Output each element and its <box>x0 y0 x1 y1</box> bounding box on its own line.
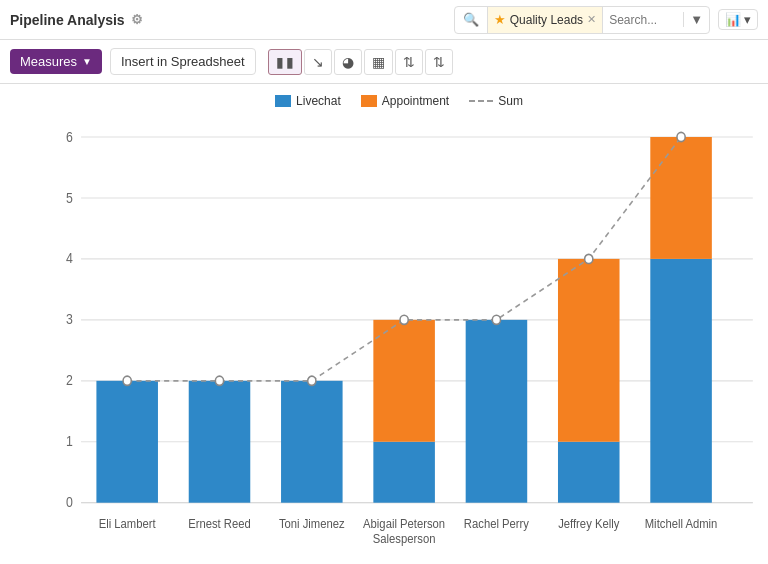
bar-jeffrey-livechat <box>558 442 620 503</box>
bar-chart-icon: ▮ ▮ <box>276 54 294 70</box>
chart-container: Livechat Appointment Sum 6 5 4 3 <box>0 84 768 564</box>
measures-arrow: ▼ <box>82 56 92 67</box>
svg-text:Toni Jimenez: Toni Jimenez <box>279 516 345 531</box>
view-toggle-btn[interactable]: 📊 ▾ <box>718 9 758 30</box>
chart-view-icon: 📊 <box>725 12 741 27</box>
bar-rachel-livechat <box>466 320 528 503</box>
svg-text:Ernest Reed: Ernest Reed <box>188 516 251 531</box>
sum-line <box>469 100 493 102</box>
app-header: Pipeline Analysis ⚙ 🔍 ★ Quality Leads ✕ … <box>0 0 768 40</box>
sum-dot-ernest <box>215 376 223 385</box>
measures-button[interactable]: Measures ▼ <box>10 49 102 74</box>
search-icon-btn[interactable]: 🔍 <box>455 12 487 27</box>
sort-asc-icon: ⇅ <box>403 54 415 70</box>
sum-dot-toni <box>308 376 316 385</box>
sort-asc-btn[interactable]: ⇅ <box>395 49 423 75</box>
bar-ernest-livechat <box>189 381 251 503</box>
chart-type-buttons: ▮ ▮ ↘ ◕ ▦ ⇅ ⇅ <box>268 49 453 75</box>
svg-text:Salesperson: Salesperson <box>373 531 436 546</box>
gear-icon[interactable]: ⚙ <box>131 12 143 27</box>
livechat-color <box>275 95 291 107</box>
svg-text:Mitchell Admin: Mitchell Admin <box>645 516 718 531</box>
pivot-btn[interactable]: ▦ <box>364 49 393 75</box>
line-chart-icon: ↘ <box>312 54 324 70</box>
bar-abigail-appointment <box>373 320 435 442</box>
chart-legend: Livechat Appointment Sum <box>40 94 758 108</box>
bar-mitchell-livechat <box>650 259 712 503</box>
legend-appointment-label: Appointment <box>382 94 449 108</box>
bar-jeffrey-appointment <box>558 259 620 442</box>
appointment-color <box>361 95 377 107</box>
svg-text:4: 4 <box>66 251 73 267</box>
search-tag-label: Quality Leads <box>510 13 583 27</box>
pivot-icon: ▦ <box>372 54 385 70</box>
bar-chart-svg: 6 5 4 3 2 1 0 Eli Lambert Ern <box>40 114 758 564</box>
sum-dot-mitchell <box>677 132 685 141</box>
svg-text:Rachel Perry: Rachel Perry <box>464 516 529 531</box>
search-area: 🔍 ★ Quality Leads ✕ ▼ <box>454 6 710 34</box>
svg-text:2: 2 <box>66 373 73 389</box>
toolbar: Measures ▼ Insert in Spreadsheet ▮ ▮ ↘ ◕… <box>0 40 768 84</box>
legend-livechat: Livechat <box>275 94 341 108</box>
pie-chart-btn[interactable]: ◕ <box>334 49 362 75</box>
svg-text:Abigail Peterson: Abigail Peterson <box>363 516 445 531</box>
legend-sum-label: Sum <box>498 94 523 108</box>
insert-spreadsheet-button[interactable]: Insert in Spreadsheet <box>110 48 256 75</box>
bar-chart-btn[interactable]: ▮ ▮ <box>268 49 302 75</box>
svg-text:3: 3 <box>66 312 73 328</box>
star-icon: ★ <box>494 12 506 27</box>
sum-dot-eli <box>123 376 131 385</box>
svg-text:5: 5 <box>66 190 73 206</box>
sort-desc-icon: ⇅ <box>433 54 445 70</box>
view-dropdown-arrow: ▾ <box>744 12 751 27</box>
svg-text:1: 1 <box>66 434 73 450</box>
bar-abigail-livechat <box>373 442 435 503</box>
measures-label: Measures <box>20 54 77 69</box>
bar-mitchell-appointment <box>650 137 712 259</box>
pie-chart-icon: ◕ <box>342 54 354 70</box>
legend-appointment: Appointment <box>361 94 449 108</box>
legend-sum: Sum <box>469 94 523 108</box>
svg-text:Eli Lambert: Eli Lambert <box>99 516 157 531</box>
sort-desc-btn[interactable]: ⇅ <box>425 49 453 75</box>
sum-dot-jeffrey <box>585 254 593 263</box>
search-tag: ★ Quality Leads ✕ <box>487 7 603 33</box>
search-tag-close[interactable]: ✕ <box>587 13 596 26</box>
insert-label: Insert in Spreadsheet <box>121 54 245 69</box>
page-title: Pipeline Analysis ⚙ <box>10 12 143 28</box>
svg-text:0: 0 <box>66 495 73 511</box>
search-input[interactable] <box>603 13 683 27</box>
sum-dot-abigail <box>400 315 408 324</box>
svg-text:6: 6 <box>66 129 73 145</box>
line-chart-btn[interactable]: ↘ <box>304 49 332 75</box>
bar-toni-livechat <box>281 381 343 503</box>
svg-text:Jeffrey Kelly: Jeffrey Kelly <box>558 516 619 531</box>
bar-eli-livechat <box>96 381 158 503</box>
search-dropdown-icon[interactable]: ▼ <box>683 12 709 27</box>
sum-dot-rachel <box>492 315 500 324</box>
legend-livechat-label: Livechat <box>296 94 341 108</box>
title-text: Pipeline Analysis <box>10 12 125 28</box>
